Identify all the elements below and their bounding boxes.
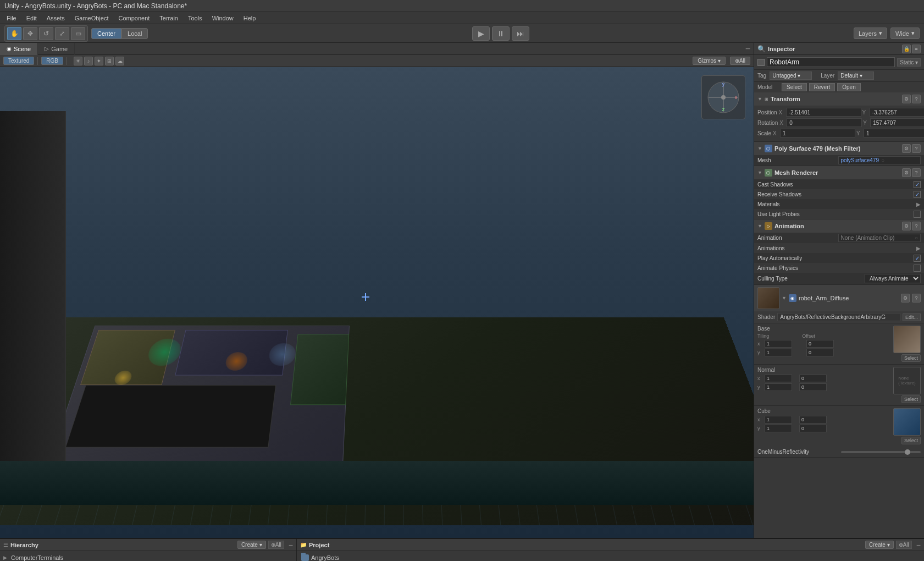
reflectivity-thumb[interactable] [905, 449, 910, 455]
rotation-y-input[interactable] [870, 118, 924, 127]
menu-gameobject[interactable]: GameObject [70, 14, 113, 23]
position-x-input[interactable] [786, 108, 861, 117]
receive-shadows-checkbox[interactable]: ✓ [914, 191, 921, 198]
mesh-filter-header[interactable]: ▼ ⬡ Poly Surface 479 (Mesh Filter) ⚙ ? [754, 142, 924, 155]
move-handle[interactable] [362, 293, 369, 301]
transform-settings-icon[interactable]: ⚙ [902, 95, 911, 103]
navigation-cube[interactable]: y x z [701, 75, 745, 119]
hand-tool-btn[interactable]: ✋ [7, 27, 21, 40]
base-y-tiling-input[interactable] [765, 349, 792, 356]
mesh-value[interactable]: polySurface479 ○ [838, 156, 921, 164]
normal-y-tiling-input[interactable] [765, 383, 792, 391]
scene-extra-icon[interactable]: ☁ [115, 57, 124, 65]
model-select-btn[interactable]: Select [782, 83, 807, 91]
scene-tab[interactable]: ◉ Scene [0, 43, 38, 55]
object-name-input[interactable] [767, 57, 895, 67]
material-settings-icon[interactable]: ⚙ [901, 294, 910, 302]
cube-x-offset-input[interactable] [799, 416, 827, 424]
local-toggle[interactable]: Local [121, 28, 148, 39]
menu-assets[interactable]: Assets [42, 14, 69, 23]
menu-edit[interactable]: Edit [22, 14, 41, 23]
base-y-offset-input[interactable] [806, 349, 834, 356]
scale-tool-btn[interactable]: ⤢ [55, 27, 69, 40]
hierarchy-minimize-btn[interactable]: − [289, 541, 293, 549]
shader-edit-btn[interactable]: Edit... [903, 314, 921, 321]
mesh-renderer-settings-icon[interactable]: ⚙ [902, 168, 911, 177]
layer-dropdown[interactable]: Default ▾ [838, 72, 873, 80]
menu-tools[interactable]: Tools [184, 14, 207, 23]
tag-dropdown[interactable]: Untagged ▾ [770, 72, 812, 80]
inspector-lock-btn[interactable]: 🔒 [902, 45, 911, 53]
project-create-btn[interactable]: Create ▾ [865, 541, 894, 549]
all-filter-btn[interactable]: ⊕All [730, 57, 750, 65]
menu-help[interactable]: Help [239, 14, 261, 23]
scene-fx-icon[interactable]: ✦ [95, 57, 103, 65]
cube-y-offset-input[interactable] [799, 425, 827, 432]
normal-x-offset-input[interactable] [799, 375, 827, 382]
normal-y-offset-input[interactable] [799, 383, 827, 391]
material-help-icon[interactable]: ? [912, 294, 921, 302]
mesh-renderer-header[interactable]: ▼ ⬡ Mesh Renderer ⚙ ? [754, 166, 924, 179]
layout-dropdown[interactable]: Wide ▾ [890, 28, 920, 39]
rotate-tool-btn[interactable]: ↺ [39, 27, 53, 40]
cube-select-btn[interactable]: Select [901, 437, 921, 444]
inspector-menu-btn[interactable]: ≡ [912, 45, 921, 53]
play-button[interactable]: ▶ [472, 26, 490, 41]
menu-file[interactable]: File [2, 14, 21, 23]
scene-lighting-icon[interactable]: ☀ [74, 57, 82, 65]
object-active-checkbox[interactable] [757, 59, 765, 66]
scene-audio-icon[interactable]: ♪ [84, 57, 93, 65]
scene-grid-icon[interactable]: ⊞ [105, 57, 114, 65]
rect-tool-btn[interactable]: ▭ [71, 27, 85, 40]
project-all-filter[interactable]: ⊕All [896, 541, 912, 549]
mesh-filter-settings-icon[interactable]: ⚙ [902, 144, 911, 153]
project-item-angrybots-root[interactable]: AngryBots [297, 553, 924, 561]
game-tab[interactable]: ▷ Game [38, 43, 75, 55]
layers-dropdown[interactable]: Layers ▾ [854, 28, 887, 39]
cast-shadows-checkbox[interactable]: ✓ [914, 181, 921, 188]
reflectivity-slider[interactable] [841, 451, 921, 453]
animation-settings-icon[interactable]: ⚙ [902, 222, 911, 230]
base-x-tiling-input[interactable] [765, 340, 792, 348]
scale-x-input[interactable] [780, 129, 855, 138]
model-open-btn[interactable]: Open [837, 83, 860, 91]
rotation-x-input[interactable] [787, 118, 862, 127]
play-auto-checkbox[interactable]: ✓ [914, 255, 921, 262]
model-revert-btn[interactable]: Revert [809, 83, 835, 91]
gizmos-btn[interactable]: Gizmos ▾ [693, 57, 726, 65]
base-texture-thumb[interactable] [893, 326, 921, 353]
normal-select-btn[interactable]: Select [901, 395, 921, 403]
hierarchy-all-filter[interactable]: ⊕All [268, 541, 284, 549]
hierarchy-create-btn[interactable]: Create ▾ [237, 541, 266, 549]
mesh-renderer-help-icon[interactable]: ? [912, 168, 921, 177]
animate-physics-checkbox[interactable] [914, 265, 921, 272]
pause-button[interactable]: ⏸ [492, 26, 510, 41]
scale-y-input[interactable] [864, 129, 924, 138]
normal-texture-thumb[interactable]: None(Texture) [893, 367, 921, 394]
base-select-btn[interactable]: Select [901, 354, 921, 362]
menu-component[interactable]: Component [114, 14, 154, 23]
light-probes-checkbox[interactable] [914, 211, 921, 218]
transform-help-icon[interactable]: ? [912, 95, 921, 103]
viewport[interactable]: y x z [0, 67, 754, 538]
project-minimize-btn[interactable]: − [916, 541, 921, 549]
center-toggle[interactable]: Center [91, 28, 121, 39]
animation-clip-dropdown[interactable]: None (Animation Clip) ○ [838, 234, 921, 242]
rgb-mode-btn[interactable]: RGB [41, 57, 63, 65]
culling-type-select[interactable]: Always Animate [865, 274, 921, 283]
cube-texture-thumb[interactable] [893, 408, 921, 436]
base-x-offset-input[interactable] [806, 340, 834, 348]
normal-x-tiling-input[interactable] [765, 375, 792, 382]
menu-terrain[interactable]: Terrain [155, 14, 182, 23]
cube-x-tiling-input[interactable] [765, 416, 792, 424]
animation-help-icon[interactable]: ? [912, 222, 921, 230]
cube-y-tiling-input[interactable] [765, 425, 792, 432]
position-y-input[interactable] [870, 108, 924, 117]
move-tool-btn[interactable]: ✥ [23, 27, 37, 40]
menu-window[interactable]: Window [208, 14, 238, 23]
transform-header[interactable]: ▼ ⊞ Transform ⚙ ? [754, 92, 924, 106]
animation-header[interactable]: ▼ ▷ Animation ⚙ ? [754, 219, 924, 233]
scene-minimize-btn[interactable]: − [742, 43, 754, 55]
textured-mode-btn[interactable]: Textured [3, 57, 34, 65]
step-button[interactable]: ⏭ [512, 26, 529, 41]
